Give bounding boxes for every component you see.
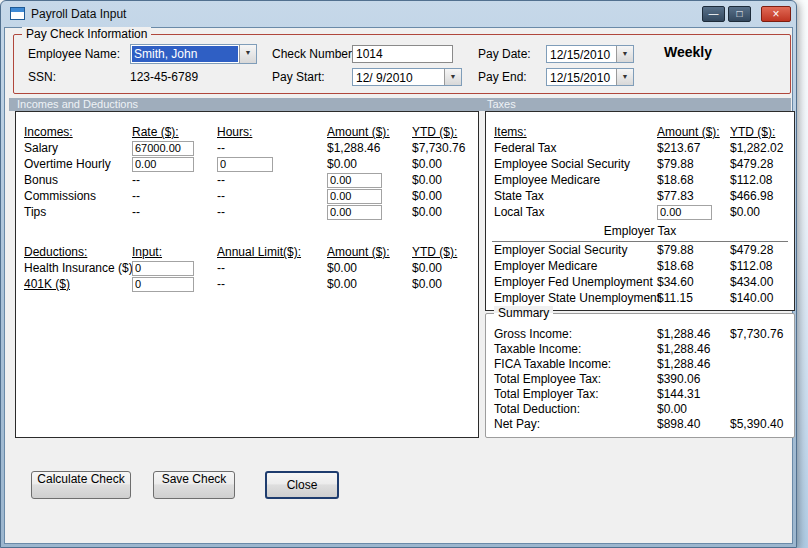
commissions-amount-input[interactable] <box>327 189 382 204</box>
federal-ytd: $1,282.02 <box>730 141 794 155</box>
employee-medicare-amount: $18.68 <box>657 173 730 187</box>
bonus-ytd: $0.00 <box>412 173 478 187</box>
employer-ss-amount: $79.88 <box>657 243 730 257</box>
employer-tax-section-header: Employer Tax <box>492 224 788 242</box>
row-label: State Tax <box>494 189 657 203</box>
deduction-row-health-insurance: Health Insurance ($) -- $0.00 $0.00 <box>16 260 478 276</box>
col-input: Input: <box>132 245 217 259</box>
gross-amount: $1,288.46 <box>657 327 730 341</box>
local-tax-ytd: $0.00 <box>730 205 794 219</box>
col-hours: Hours: <box>217 125 327 139</box>
col-ytd: YTD ($): <box>412 125 478 139</box>
employee-medicare-ytd: $112.08 <box>730 173 794 187</box>
tax-row-employee-ss: Employee Social Security $79.88 $479.28 <box>486 156 794 172</box>
chevron-down-icon[interactable]: ▼ <box>616 69 633 85</box>
overtime-rate-input[interactable] <box>132 157 194 172</box>
employer-fed-unemp-ytd: $434.00 <box>730 275 794 289</box>
minimize-button[interactable]: — <box>702 6 725 22</box>
tax-row-employer-medicare: Employer Medicare $18.68 $112.08 <box>486 258 794 274</box>
row-label: Employer Fed Unemployment <box>494 275 657 289</box>
401k-limit: -- <box>217 277 327 291</box>
window-title: Payroll Data Input <box>31 7 126 21</box>
tips-ytd: $0.00 <box>412 205 478 219</box>
summary-group: Summary Gross Income: $1,288.46 $7,730.7… <box>485 313 795 438</box>
summary-group-title: Summary <box>494 306 553 320</box>
pay-end-picker[interactable]: 12/15/2010 ▼ <box>546 68 634 86</box>
tax-row-employee-medicare: Employee Medicare $18.68 $112.08 <box>486 172 794 188</box>
employer-state-unemp-ytd: $140.00 <box>730 291 794 305</box>
health-insurance-limit: -- <box>217 261 327 275</box>
pay-date-picker[interactable]: 12/15/2010 ▼ <box>546 45 634 63</box>
commissions-hours: -- <box>217 189 327 203</box>
close-window-button[interactable]: × <box>761 6 791 22</box>
salary-rate-input[interactable] <box>132 141 194 156</box>
save-check-button[interactable]: Save Check <box>153 471 235 499</box>
calculate-check-button[interactable]: Calculate Check <box>31 471 131 499</box>
fica-amount: $1,288.46 <box>657 357 730 371</box>
deduction-column-headers: Deductions: Input: Annual Limit($): Amou… <box>16 244 478 260</box>
pay-start-picker[interactable]: 12/ 9/2010 ▼ <box>352 68 462 86</box>
col-amount: Amount ($): <box>327 245 412 259</box>
row-label: Net Pay: <box>494 417 657 431</box>
row-label: Employer Medicare <box>494 259 657 273</box>
pay-date-label: Pay Date: <box>478 47 531 61</box>
app-icon <box>10 7 25 20</box>
health-insurance-amount: $0.00 <box>327 261 412 275</box>
tax-row-employer-fed-unemployment: Employer Fed Unemployment $34.60 $434.00 <box>486 274 794 290</box>
employer-fed-unemp-amount: $34.60 <box>657 275 730 289</box>
pay-start-label: Pay Start: <box>272 70 325 84</box>
row-label: Taxable Income: <box>494 342 657 356</box>
title-bar[interactable]: Payroll Data Input — □ × <box>1 1 796 27</box>
salary-amount: $1,288.46 <box>327 141 412 155</box>
summary-row-employee-tax: Total Employee Tax: $390.06 <box>486 371 794 386</box>
check-number-label: Check Number: <box>272 47 355 61</box>
commissions-rate: -- <box>132 189 217 203</box>
chevron-down-icon[interactable]: ▼ <box>616 46 633 62</box>
col-amount: Amount ($): <box>657 125 730 139</box>
check-number-input[interactable] <box>352 45 453 63</box>
tips-amount-input[interactable] <box>327 205 382 220</box>
overtime-amount: $0.00 <box>327 157 412 171</box>
row-label: Commissions <box>24 189 132 203</box>
overtime-hours-input[interactable] <box>217 157 273 172</box>
summary-row-employer-tax: Total Employer Tax: $144.31 <box>486 386 794 401</box>
pay-frequency-label: Weekly <box>664 44 712 60</box>
health-insurance-ytd: $0.00 <box>412 261 478 275</box>
row-label: 401K ($) <box>24 277 132 291</box>
row-label: Overtime Hourly <box>24 157 132 171</box>
col-ytd: YTD ($): <box>412 245 478 259</box>
income-row-bonus: Bonus -- -- $0.00 <box>16 172 478 188</box>
row-label: Health Insurance ($) <box>24 261 132 275</box>
row-label: FICA Taxable Income: <box>494 357 657 371</box>
income-row-salary: Salary -- $1,288.46 $7,730.76 <box>16 140 478 156</box>
row-label: Employer State Unemployment <box>494 291 657 305</box>
chevron-down-icon[interactable]: ▼ <box>444 69 461 85</box>
employee-name-value: Smith, John <box>132 46 238 62</box>
col-annual-limit: Annual Limit($): <box>217 245 327 259</box>
health-insurance-input[interactable] <box>132 261 194 276</box>
summary-row-net-pay: Net Pay: $898.40 $5,390.40 <box>486 416 794 431</box>
taxes-panel: Items: Amount ($): YTD ($): Federal Tax … <box>485 111 795 311</box>
section-header-band: Incomes and Deductions Taxes <box>9 98 791 111</box>
chevron-down-icon[interactable]: ▼ <box>239 45 256 63</box>
salary-hours: -- <box>217 141 327 155</box>
state-tax-amount: $77.83 <box>657 189 730 203</box>
row-label: Total Employee Tax: <box>494 372 657 386</box>
bonus-hours: -- <box>217 173 327 187</box>
summary-row-fica: FICA Taxable Income: $1,288.46 <box>486 356 794 371</box>
commissions-ytd: $0.00 <box>412 189 478 203</box>
bonus-amount-input[interactable] <box>327 173 382 188</box>
401k-input[interactable] <box>132 277 194 292</box>
tips-hours: -- <box>217 205 327 219</box>
local-tax-input[interactable] <box>657 205 712 220</box>
close-button[interactable]: Close <box>265 471 339 499</box>
pay-date-value: 12/15/2010 <box>547 46 616 62</box>
maximize-button[interactable]: □ <box>728 6 751 22</box>
col-amount: Amount ($): <box>327 125 412 139</box>
overtime-ytd: $0.00 <box>412 157 478 171</box>
income-row-overtime: Overtime Hourly $0.00 $0.00 <box>16 156 478 172</box>
col-rate: Rate ($): <box>132 125 217 139</box>
employee-name-combobox[interactable]: Smith, John ▼ <box>130 44 257 64</box>
row-label: Employee Medicare <box>494 173 657 187</box>
row-label: Federal Tax <box>494 141 657 155</box>
